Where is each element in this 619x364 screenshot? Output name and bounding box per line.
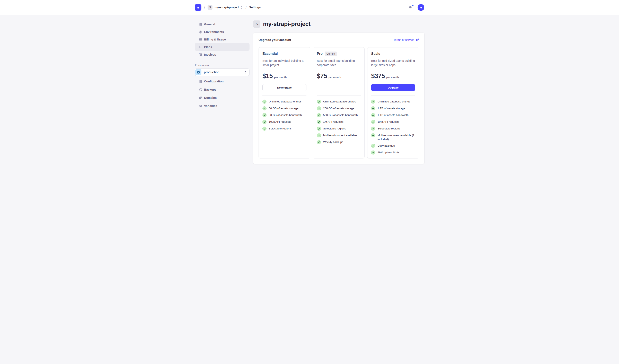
feature-label: 1M API requests — [323, 120, 343, 124]
feature-row: Selectable regions — [317, 127, 361, 131]
feature-label: 1 TB of assets storage — [378, 106, 405, 110]
plan-name: Essential — [262, 52, 278, 56]
project-initial-badge: S — [253, 20, 260, 27]
environment-select[interactable]: production — [195, 68, 250, 76]
feature-row: 50 GB of assets storage — [262, 106, 307, 110]
plan-features: Unlimited database entries 250 GB of ass… — [317, 100, 361, 144]
plan-period: per month — [329, 76, 341, 79]
breadcrumb-project-name[interactable]: my-strapi-project — [214, 6, 239, 9]
plan-price-row: $375 per month — [371, 72, 415, 80]
plan-name: Scale — [371, 52, 380, 56]
sidebar-item-invoices[interactable]: $ Invoices — [195, 51, 250, 58]
sidebar-item-label: Variables — [204, 104, 217, 108]
code-icon — [199, 104, 202, 108]
plan-card-scale: Scale Best for mid-sized teams building … — [367, 47, 419, 159]
check-circle-icon — [317, 133, 321, 137]
feature-row: 500 GB of assets bandwidth — [317, 113, 361, 117]
plan-price: $375 — [371, 72, 385, 80]
plan-features: Unlimited database entries 50 GB of asse… — [262, 100, 307, 131]
terms-of-service-label: Terms of service — [394, 38, 414, 41]
feature-label: Unlimited database entries — [378, 100, 410, 104]
layers-icon — [199, 30, 202, 34]
sidebar-item-backups[interactable]: Backups — [195, 85, 250, 94]
feature-row: 250 GB of assets storage — [317, 106, 361, 110]
plan-button-slot: Downgrade — [262, 84, 307, 91]
feature-label: Selectable regions — [323, 127, 346, 131]
plan-description: Best for an individual building a small … — [262, 59, 307, 68]
plan-card-essential: Essential Best for an individual buildin… — [258, 47, 310, 159]
downgrade-button[interactable]: Downgrade — [262, 84, 307, 91]
feature-row: Selectable regions — [262, 127, 307, 131]
strapi-logo-mark — [196, 5, 200, 10]
feature-label: Unlimited database entries — [323, 100, 356, 104]
project-switcher-chevrons-icon[interactable] — [240, 6, 243, 9]
feature-row: 10M API requests — [371, 120, 415, 124]
plan-description: Best for small teams building corporate … — [317, 59, 361, 68]
feature-row: Multi-environment available (2 included) — [371, 133, 415, 141]
check-circle-icon — [317, 113, 321, 117]
top-navbar-inner: / S my-strapi-project / Settings — [195, 4, 424, 11]
feature-row: 50 GB of assets bandwidth — [262, 113, 307, 117]
sidebar-item-configuration[interactable]: Configuration — [195, 77, 250, 85]
check-circle-icon — [371, 113, 375, 117]
plan-button-slot: Upgrade — [371, 84, 415, 91]
settings-sidebar: General Environments Bill — [195, 20, 250, 110]
feature-row: Unlimited database entries — [317, 100, 361, 104]
feature-row: Weekly backups — [317, 140, 361, 144]
check-circle-icon — [371, 106, 375, 110]
svg-text:$: $ — [199, 53, 200, 54]
feature-label: 10M API requests — [378, 120, 399, 124]
check-circle-icon — [317, 106, 321, 110]
sidebar-item-plans[interactable]: Plans — [195, 43, 250, 51]
breadcrumb-settings: Settings — [249, 6, 261, 9]
sidebar-item-billing-usage[interactable]: Billing & Usage — [195, 36, 250, 43]
check-circle-icon — [371, 127, 375, 131]
environment-layers-icon — [195, 69, 201, 75]
environment-section-label: Environment — [195, 64, 250, 67]
notifications-bell-icon[interactable] — [408, 5, 412, 9]
feature-row: Selectable regions — [371, 127, 415, 131]
panel-title: Upgrade your account — [258, 38, 291, 41]
map-icon — [199, 45, 202, 49]
sidebar-item-label: Billing & Usage — [204, 38, 226, 41]
feature-row: 100k API requests — [262, 120, 307, 124]
plan-name-row: Scale — [371, 51, 415, 56]
feature-label: Weekly backups — [323, 140, 343, 144]
page-shell: General Environments Bill — [195, 15, 424, 172]
upgrade-panel-header: Upgrade your account Terms of service — [258, 38, 419, 41]
sidebar-item-variables[interactable]: Variables — [195, 102, 250, 110]
plan-card-pro: Pro Current Best for small teams buildin… — [313, 47, 365, 159]
sidebar-item-label: Domains — [204, 96, 217, 99]
check-circle-icon — [317, 120, 321, 124]
sidebar-item-label: General — [204, 23, 215, 26]
check-circle-icon — [371, 100, 375, 104]
select-chevrons-icon — [244, 71, 247, 74]
sidebar-item-general[interactable]: General — [195, 20, 250, 28]
windows-icon — [199, 96, 202, 99]
external-link-icon — [416, 38, 419, 41]
feature-row: Unlimited database entries — [371, 100, 415, 104]
terms-of-service-link[interactable]: Terms of service — [394, 38, 419, 41]
sidebar-item-label: Invoices — [204, 53, 216, 56]
plan-divider — [317, 95, 361, 95]
user-avatar[interactable] — [418, 4, 424, 11]
feature-row: Multi-environment available — [317, 133, 361, 137]
sliders-icon — [199, 23, 202, 26]
navbar-actions — [408, 4, 424, 11]
avatar-logo-mark — [419, 5, 423, 9]
feature-label: 99% uptime SLAs — [378, 150, 399, 154]
sidebar-item-label: Configuration — [204, 80, 224, 83]
plan-price: $15 — [262, 72, 273, 80]
feature-label: 50 GB of assets bandwidth — [269, 113, 302, 117]
feature-label: 1 TB of assets bandwidth — [378, 113, 408, 117]
breadcrumb: / S my-strapi-project / Settings — [195, 4, 261, 11]
plan-period: per month — [386, 76, 399, 79]
sidebar-item-domains[interactable]: Domains — [195, 94, 250, 102]
strapi-logo[interactable] — [195, 4, 201, 11]
check-circle-icon — [262, 100, 267, 104]
sidebar-item-environments[interactable]: Environments — [195, 28, 250, 36]
sliders-icon — [199, 80, 202, 83]
feature-label: 500 GB of assets bandwidth — [323, 113, 358, 117]
upgrade-button[interactable]: Upgrade — [371, 84, 415, 91]
check-circle-icon — [262, 113, 267, 117]
